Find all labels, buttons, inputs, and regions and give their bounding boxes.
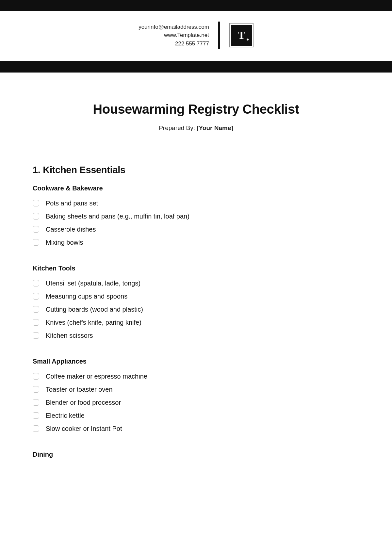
- subsections: Cookware & BakewarePots and pans setBaki…: [33, 185, 359, 458]
- top-bar: [0, 0, 392, 11]
- prepared-label: Prepared By:: [159, 124, 197, 131]
- checklist-item-label: Electric kettle: [46, 410, 85, 421]
- logo-dot-icon: [247, 39, 249, 41]
- checklist-item: Coffee maker or espresso machine: [33, 370, 359, 383]
- subsection: Kitchen ToolsUtensil set (spatula, ladle…: [33, 265, 359, 342]
- checkbox[interactable]: [33, 200, 39, 206]
- checklist-item-label: Measuring cups and spoons: [46, 291, 127, 301]
- checkbox[interactable]: [33, 293, 39, 300]
- subsection: Cookware & BakewarePots and pans setBaki…: [33, 185, 359, 249]
- mid-bar: [0, 61, 392, 73]
- checklist-item: Cutting boards (wood and plastic): [33, 303, 359, 316]
- checklist-item: Pots and pans set: [33, 197, 359, 210]
- checklist-item-label: Coffee maker or espresso machine: [46, 371, 147, 382]
- checklist-item-label: Casserole dishes: [46, 224, 96, 235]
- checklist-item: Casserole dishes: [33, 223, 359, 236]
- logo-inner: T: [231, 25, 252, 46]
- section-title: 1. Kitchen Essentials: [33, 165, 359, 175]
- logo-letter: T: [238, 29, 245, 41]
- checklist-item-label: Baking sheets and pans (e.g., muffin tin…: [46, 211, 189, 221]
- checklist-item-label: Knives (chef's knife, paring knife): [46, 317, 141, 328]
- subsection: Small AppliancesCoffee maker or espresso…: [33, 358, 359, 435]
- checkbox[interactable]: [33, 332, 39, 339]
- divider: [33, 146, 359, 146]
- checklist-item: Electric kettle: [33, 409, 359, 422]
- checkbox[interactable]: [33, 226, 39, 233]
- checklist-item: Kitchen scissors: [33, 329, 359, 342]
- checklist-item: Blender or food processor: [33, 396, 359, 409]
- content: Housewarming Registry Checklist Prepared…: [0, 73, 392, 487]
- header-website: www.Template.net: [139, 31, 209, 40]
- subsection-title: Small Appliances: [33, 358, 359, 365]
- checklist-item-label: Mixing bowls: [46, 237, 83, 248]
- checklist-item-label: Slow cooker or Instant Pot: [46, 423, 122, 434]
- header-email: yourinfo@emailaddress.com: [139, 23, 209, 31]
- checklist-item: Utensil set (spatula, ladle, tongs): [33, 277, 359, 290]
- checklist-item-label: Blender or food processor: [46, 397, 121, 408]
- checklist-item: Measuring cups and spoons: [33, 290, 359, 303]
- vertical-divider: [218, 22, 220, 49]
- subsection-title: Cookware & Bakeware: [33, 185, 359, 192]
- subsection-title: Dining: [33, 451, 359, 458]
- checkbox[interactable]: [33, 373, 39, 380]
- prepared-name: [Your Name]: [197, 124, 233, 131]
- logo: T: [229, 23, 253, 47]
- checklist-item-label: Pots and pans set: [46, 198, 98, 208]
- header-info: yourinfo@emailaddress.com www.Template.n…: [139, 23, 209, 48]
- checkbox[interactable]: [33, 386, 39, 393]
- checkbox[interactable]: [33, 399, 39, 406]
- header: yourinfo@emailaddress.com www.Template.n…: [0, 11, 392, 61]
- checkbox[interactable]: [33, 213, 39, 220]
- checkbox[interactable]: [33, 280, 39, 286]
- subsection-title: Kitchen Tools: [33, 265, 359, 272]
- checklist-item: Mixing bowls: [33, 236, 359, 249]
- checkbox[interactable]: [33, 319, 39, 326]
- header-phone: 222 555 7777: [139, 40, 209, 48]
- checklist-item: Baking sheets and pans (e.g., muffin tin…: [33, 210, 359, 223]
- checkbox[interactable]: [33, 412, 39, 419]
- checklist-item-label: Toaster or toaster oven: [46, 384, 113, 395]
- checkbox[interactable]: [33, 306, 39, 313]
- prepared-by: Prepared By: [Your Name]: [33, 124, 359, 132]
- checklist-item-label: Kitchen scissors: [46, 330, 93, 341]
- checkbox[interactable]: [33, 239, 39, 246]
- subsection: Dining: [33, 451, 359, 458]
- checkbox[interactable]: [33, 425, 39, 432]
- page-title: Housewarming Registry Checklist: [33, 102, 359, 117]
- checklist-item: Slow cooker or Instant Pot: [33, 422, 359, 435]
- checklist-item: Toaster or toaster oven: [33, 383, 359, 396]
- checklist-item-label: Cutting boards (wood and plastic): [46, 304, 143, 315]
- checklist-item-label: Utensil set (spatula, ladle, tongs): [46, 278, 140, 288]
- checklist-item: Knives (chef's knife, paring knife): [33, 316, 359, 329]
